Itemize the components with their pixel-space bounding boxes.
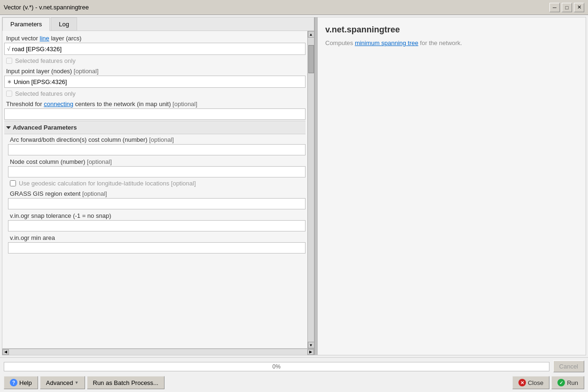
input-vector-label: Input vector line layer (arcs) xyxy=(4,33,306,43)
help-button[interactable]: ? Help xyxy=(4,376,38,389)
maximize-button[interactable]: □ xyxy=(562,3,572,12)
input-vector-row[interactable]: √ road [EPSG:4326] xyxy=(4,43,306,55)
min-area-label: v.in.ogr min area xyxy=(8,232,306,242)
progress-row: 0% Cancel xyxy=(4,361,584,372)
titlebar-controls: ─ □ ✕ xyxy=(549,3,584,12)
tab-bar: Parameters Log xyxy=(2,17,314,31)
tab-parameters[interactable]: Parameters xyxy=(2,17,50,31)
advanced-parameters-header[interactable]: Advanced Parameters xyxy=(4,121,306,134)
hscroll-track xyxy=(9,349,307,355)
grass-region-label: GRASS GIS region extent [optional] xyxy=(8,188,306,198)
grass-region-input[interactable]: Not set xyxy=(8,198,306,209)
horizontal-scrollbar[interactable]: ◀ ▶ xyxy=(2,348,314,355)
arc-forward-section: Arc forward/both direction(s) cost colum… xyxy=(4,134,306,156)
help-label: Help xyxy=(19,379,32,386)
grass-region-section: GRASS GIS region extent [optional] Not s… xyxy=(4,188,306,210)
right-panel: v.net.spanningtree Computes minimum span… xyxy=(318,17,586,355)
advanced-label: Advanced xyxy=(46,379,73,386)
advanced-button[interactable]: Advanced ▼ xyxy=(40,376,85,389)
selected-features-1-checkbox[interactable] xyxy=(6,58,12,64)
threshold-section: Threshold for connecting centers to the … xyxy=(4,99,306,121)
snap-tolerance-section: v.in.ogr snap tolerance (-1 = no snap) -… xyxy=(4,210,306,232)
left-panel: Parameters Log Input vector line layer (… xyxy=(2,17,315,355)
batch-label: Run as Batch Process... xyxy=(93,379,158,386)
batch-process-button[interactable]: Run as Batch Process... xyxy=(87,376,165,389)
input-point-section: Input point layer (nodes) [optional] ∗ U… xyxy=(4,66,306,99)
close-icon: ✕ xyxy=(518,379,526,386)
advanced-parameters-label: Advanced Parameters xyxy=(13,124,77,131)
input-vector-section: Input vector line layer (arcs) √ road [E… xyxy=(4,33,306,66)
arc-forward-label: Arc forward/both direction(s) cost colum… xyxy=(8,134,306,144)
help-icon: ? xyxy=(10,379,17,386)
input-point-label: Input point layer (nodes) [optional] xyxy=(4,66,306,76)
form-area: Input vector line layer (arcs) √ road [E… xyxy=(2,31,307,348)
close-label: Close xyxy=(528,379,543,386)
run-icon: ✓ xyxy=(557,379,565,386)
titlebar: Vector (v.*) - v.net.spanningtree ─ □ ✕ xyxy=(0,0,588,15)
minimize-button[interactable]: ─ xyxy=(549,3,560,12)
selected-features-1-label: Selected features only xyxy=(15,57,76,64)
cancel-button[interactable]: Cancel xyxy=(553,361,584,372)
advanced-dropdown-icon: ▼ xyxy=(75,380,79,385)
threshold-label: Threshold for connecting centers to the … xyxy=(4,99,306,108)
selected-features-1-row: Selected features only xyxy=(4,56,306,66)
close-window-button[interactable]: ✕ xyxy=(574,3,584,12)
node-cost-section: Node cost column (number) [optional] xyxy=(4,156,306,178)
node-cost-label: Node cost column (number) [optional] xyxy=(8,156,306,166)
progress-text: 0% xyxy=(273,363,281,370)
dialog: Parameters Log Input vector line layer (… xyxy=(0,15,588,392)
spanning-tree-link[interactable]: minimum spanning tree xyxy=(355,39,418,46)
arc-forward-input[interactable] xyxy=(8,144,306,155)
collapse-arrow-icon xyxy=(6,126,11,129)
content-area: Parameters Log Input vector line layer (… xyxy=(2,17,586,355)
titlebar-title: Vector (v.*) - v.net.spanningtree xyxy=(4,4,89,11)
input-vector-value: road [EPSG:4326] xyxy=(12,46,62,53)
snap-tolerance-input[interactable]: -1.000000 xyxy=(8,220,306,231)
scrollbar-down-btn[interactable]: ▼ xyxy=(308,342,314,348)
snap-tolerance-label: v.in.ogr snap tolerance (-1 = no snap) xyxy=(8,210,306,220)
selected-features-2-row: Selected features only xyxy=(4,89,306,99)
vector-line-icon: √ xyxy=(7,46,10,52)
scrollbar-up-btn[interactable]: ▲ xyxy=(308,31,314,38)
run-button[interactable]: ✓ Run xyxy=(551,376,584,389)
selected-features-2-checkbox[interactable] xyxy=(6,91,12,97)
buttons-left: ? Help Advanced ▼ Run as Batch Process..… xyxy=(4,376,165,389)
node-cost-input[interactable] xyxy=(8,166,306,177)
geodesic-checkbox[interactable] xyxy=(10,180,16,186)
threshold-input[interactable]: 50.000000 xyxy=(4,108,306,120)
run-label: Run xyxy=(567,379,578,386)
right-panel-description: Computes minimum spanning tree for the n… xyxy=(325,38,578,48)
selected-features-2-label: Selected features only xyxy=(15,90,76,97)
progress-bar: 0% xyxy=(4,362,549,371)
min-area-section: v.in.ogr min area 0.000100 xyxy=(4,232,306,254)
buttons-row: ? Help Advanced ▼ Run as Batch Process..… xyxy=(4,376,584,389)
scrollbar-thumb[interactable] xyxy=(308,45,314,73)
vertical-scrollbar[interactable]: ▲ ▼ xyxy=(307,31,314,348)
hscroll-right-btn[interactable]: ▶ xyxy=(307,349,314,355)
point-layer-icon: ∗ xyxy=(7,78,12,85)
input-point-row[interactable]: ∗ Union [EPSG:4326] xyxy=(4,76,306,88)
bottom-bar: 0% Cancel ? Help Advanced ▼ Run as Batch… xyxy=(0,357,588,392)
close-button[interactable]: ✕ Close xyxy=(512,376,549,389)
geodesic-label: Use geodesic calculation for longitude-l… xyxy=(19,180,196,187)
input-point-value: Union [EPSG:4326] xyxy=(14,78,67,85)
hscroll-left-btn[interactable]: ◀ xyxy=(2,349,9,355)
tab-log[interactable]: Log xyxy=(51,17,77,31)
min-area-input[interactable]: 0.000100 xyxy=(8,242,306,254)
right-panel-heading: v.net.spanningtree xyxy=(325,25,578,35)
buttons-right: ✕ Close ✓ Run xyxy=(512,376,584,389)
geodesic-row: Use geodesic calculation for longitude-l… xyxy=(4,178,306,188)
